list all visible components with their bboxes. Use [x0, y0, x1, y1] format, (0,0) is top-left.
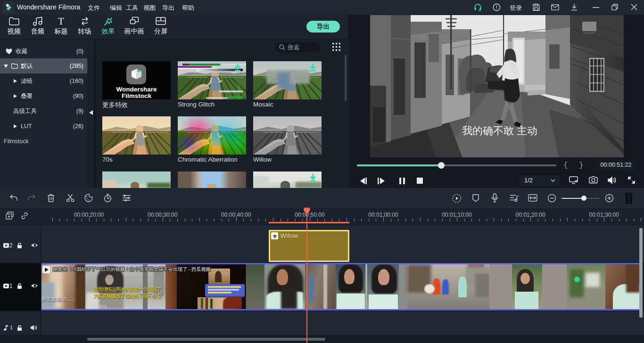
- svg-text:我的确不敢 主动: 我的确不敢 主动: [462, 125, 537, 137]
